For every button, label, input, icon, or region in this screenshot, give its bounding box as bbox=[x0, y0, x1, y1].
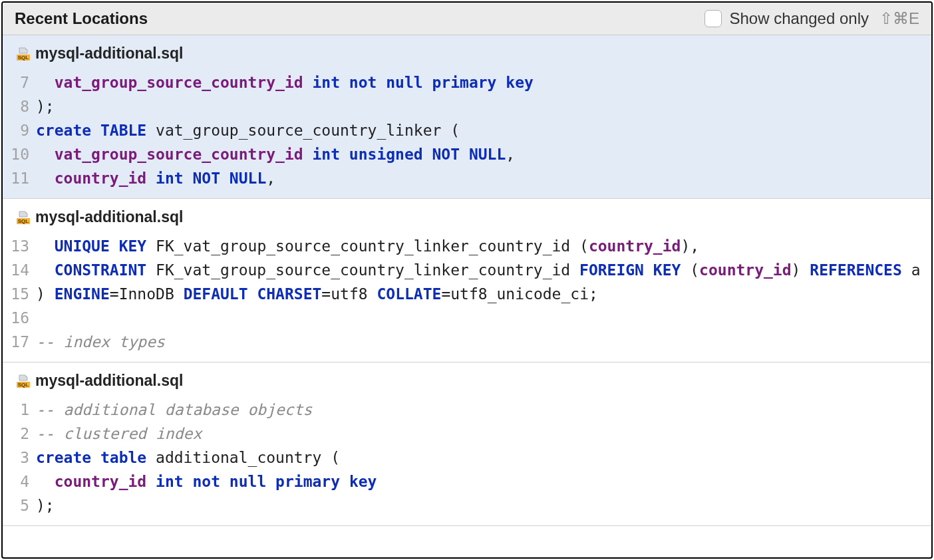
line-source: create TABLE vat_group_source_country_li… bbox=[36, 118, 931, 142]
line-source: vat_group_source_country_id int unsigned… bbox=[36, 142, 931, 166]
code-line: 3create table additional_country ( bbox=[3, 446, 931, 470]
line-number: 10 bbox=[3, 142, 36, 166]
code-line: 5); bbox=[3, 493, 931, 517]
popup-title: Recent Locations bbox=[15, 9, 148, 28]
svg-text:SQL: SQL bbox=[18, 55, 29, 61]
line-source: CONSTRAINT FK_vat_group_source_country_l… bbox=[36, 258, 931, 282]
file-name: mysql-additional.sql bbox=[35, 208, 183, 226]
line-number: 11 bbox=[3, 166, 36, 190]
code-snippet: 13 UNIQUE KEY FK_vat_group_source_countr… bbox=[3, 230, 931, 362]
code-line: 4 country_id int not null primary key bbox=[3, 470, 931, 493]
locations-list[interactable]: SQLmysql-additional.sql7 vat_group_sourc… bbox=[3, 35, 931, 557]
header-bar: Recent Locations Show changed only ⇧⌘E bbox=[3, 3, 931, 35]
sql-file-icon: SQL bbox=[17, 211, 30, 224]
code-line: 10 vat_group_source_country_id int unsig… bbox=[3, 142, 931, 166]
line-source bbox=[36, 306, 931, 330]
line-source: create table additional_country ( bbox=[36, 446, 931, 470]
file-header: SQLmysql-additional.sql bbox=[3, 362, 931, 394]
line-number: 3 bbox=[3, 446, 36, 470]
line-number: 7 bbox=[3, 70, 36, 94]
code-line: 9create TABLE vat_group_source_country_l… bbox=[3, 118, 931, 142]
line-source: -- additional database objects bbox=[36, 398, 931, 422]
code-line: 15) ENGINE=InnoDB DEFAULT CHARSET=utf8 C… bbox=[3, 282, 931, 306]
line-number: 16 bbox=[3, 306, 36, 330]
svg-text:SQL: SQL bbox=[18, 382, 29, 388]
line-source: ); bbox=[36, 493, 931, 517]
line-source: vat_group_source_country_id int not null… bbox=[36, 70, 931, 94]
code-snippet: 7 vat_group_source_country_id int not nu… bbox=[3, 67, 931, 198]
line-number: 15 bbox=[3, 282, 36, 306]
code-line: 2-- clustered index bbox=[3, 422, 931, 446]
location-block[interactable]: SQLmysql-additional.sql13 UNIQUE KEY FK_… bbox=[3, 199, 931, 362]
code-line: 14 CONSTRAINT FK_vat_group_source_countr… bbox=[3, 258, 931, 282]
code-line: 13 UNIQUE KEY FK_vat_group_source_countr… bbox=[3, 234, 931, 258]
file-header: SQLmysql-additional.sql bbox=[3, 199, 931, 230]
line-number: 2 bbox=[3, 422, 36, 446]
location-block[interactable]: SQLmysql-additional.sql1-- additional da… bbox=[3, 362, 931, 526]
header-right: Show changed only ⇧⌘E bbox=[704, 9, 920, 28]
line-number: 1 bbox=[3, 398, 36, 422]
line-number: 9 bbox=[3, 118, 36, 142]
recent-locations-popup: Recent Locations Show changed only ⇧⌘E S… bbox=[1, 1, 933, 559]
svg-text:SQL: SQL bbox=[18, 218, 29, 224]
sql-file-icon: SQL bbox=[17, 47, 30, 61]
file-header: SQLmysql-additional.sql bbox=[3, 35, 931, 67]
line-number: 5 bbox=[3, 493, 36, 517]
location-block[interactable]: SQLmysql-additional.sql7 vat_group_sourc… bbox=[3, 35, 931, 199]
code-line: 17-- index types bbox=[3, 330, 931, 354]
code-line: 8); bbox=[3, 94, 931, 118]
line-number: 17 bbox=[3, 330, 36, 354]
file-name: mysql-additional.sql bbox=[35, 45, 183, 63]
line-number: 8 bbox=[3, 94, 36, 118]
line-source: country_id int not null primary key bbox=[36, 470, 931, 493]
code-line: 7 vat_group_source_country_id int not nu… bbox=[3, 70, 931, 94]
line-source: UNIQUE KEY FK_vat_group_source_country_l… bbox=[36, 234, 931, 258]
line-source: ); bbox=[36, 94, 931, 118]
line-number: 13 bbox=[3, 234, 36, 258]
line-source: country_id int NOT NULL, bbox=[36, 166, 931, 190]
sql-file-icon: SQL bbox=[17, 374, 30, 388]
show-changed-only-label: Show changed only bbox=[730, 9, 869, 28]
line-source: -- clustered index bbox=[36, 422, 931, 446]
line-source: -- index types bbox=[36, 330, 931, 354]
shortcut-hint: ⇧⌘E bbox=[879, 9, 919, 28]
file-name: mysql-additional.sql bbox=[35, 372, 183, 390]
line-number: 14 bbox=[3, 258, 36, 282]
code-line: 16 bbox=[3, 306, 931, 330]
code-line: 11 country_id int NOT NULL, bbox=[3, 166, 931, 190]
code-snippet: 1-- additional database objects2-- clust… bbox=[3, 394, 931, 525]
line-source: ) ENGINE=InnoDB DEFAULT CHARSET=utf8 COL… bbox=[36, 282, 931, 306]
line-number: 4 bbox=[3, 470, 36, 493]
show-changed-only-checkbox[interactable] bbox=[704, 10, 722, 27]
code-line: 1-- additional database objects bbox=[3, 398, 931, 422]
